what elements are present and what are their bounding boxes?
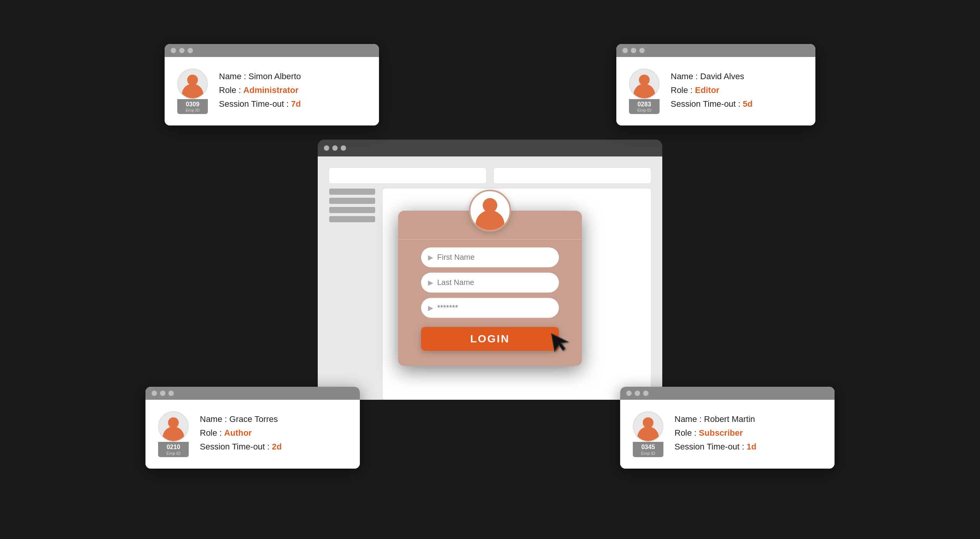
login-button[interactable]: LOGIN [421,327,559,350]
tl-dot-1 [171,48,176,53]
avatar-person-grace [159,412,188,441]
emp-id-number-david: 0283 [632,101,657,108]
card-top-right-titlebar [616,44,815,57]
login-avatar-wrapper [469,189,511,231]
avatar-circle-david [629,68,660,99]
info-david: Name : David Alves Role : Editor Session… [671,68,753,109]
sidebar-bar-3 [329,207,375,213]
emp-id-box-simon: 0309 Emp ID [177,99,208,114]
password-arrow-icon: ▶ [428,303,433,312]
password-input[interactable] [437,303,552,312]
login-panel: ▶ ▶ ▶ LOGIN [398,210,582,366]
avatar-grace: 0210 Emp ID [156,411,191,457]
monitor-input-row [329,168,651,183]
main-scene: 0309 Emp ID Name : Simon Alberto Role : … [145,40,835,499]
bl-dot-3 [168,391,174,396]
sidebar-bar-1 [329,189,375,195]
avatar-circle-robert [633,411,663,442]
simon-role: Role : Administrator [219,85,301,95]
monitor-dot-3 [341,145,346,151]
login-divider [398,239,582,239]
last-name-input-wrapper[interactable]: ▶ [421,272,559,292]
card-top-left-body: 0309 Emp ID Name : Simon Alberto Role : … [165,57,379,125]
avatar-person-robert [634,412,663,441]
grace-name: Name : Grace Torres [200,414,282,424]
avatar-body-grace [163,427,184,441]
grace-session-prefix: Session Time-out : [200,442,272,451]
grace-role: Role : Author [200,428,282,438]
david-session-prefix: Session Time-out : [671,99,743,109]
robert-name: Name : Robert Martin [675,414,756,424]
robert-role: Role : Subscriber [675,428,756,438]
robert-session: Session Time-out : 1d [675,442,756,452]
emp-id-label-robert: Emp ID [636,451,660,456]
avatar-circle-simon [177,68,208,99]
david-session: Session Time-out : 5d [671,99,753,109]
monitor-sidebar-left [329,189,375,400]
sidebar-bar-2 [329,198,375,204]
tl-dot-2 [179,48,185,53]
monitor-fake-input-1 [329,168,486,183]
br-dot-2 [635,391,640,396]
david-role: Role : Editor [671,85,753,95]
robert-role-value: Subscriber [699,428,743,438]
last-name-input[interactable] [437,278,552,287]
grace-session-value: 2d [272,442,282,451]
first-name-arrow-icon: ▶ [428,253,433,261]
last-name-arrow-icon: ▶ [428,278,433,287]
david-role-value: Editor [695,85,720,95]
robert-session-value: 1d [746,442,756,451]
emp-id-label-grace: Emp ID [161,451,186,456]
avatar-body-simon [182,84,203,98]
info-grace: Name : Grace Torres Role : Author Sessio… [200,411,282,452]
cursor-icon [550,329,573,360]
tr-dot-2 [631,48,636,53]
first-name-input-wrapper[interactable]: ▶ [421,247,559,267]
simon-role-prefix: Role : [219,85,243,95]
david-role-prefix: Role : [671,85,695,95]
emp-id-label-simon: Emp ID [180,108,205,112]
monitor-fake-input-2 [494,168,651,183]
tr-dot-3 [639,48,645,53]
card-david-alves: 0283 Emp ID Name : David Alves Role : Ed… [616,44,815,125]
emp-id-number-grace: 0210 [161,443,186,451]
emp-id-box-robert: 0345 Emp ID [633,442,663,457]
monitor-dot-1 [324,145,329,151]
avatar-body-david [634,84,655,98]
bl-dot-2 [160,391,165,396]
login-avatar [469,189,511,231]
avatar-person-simon [178,69,207,98]
simon-role-value: Administrator [243,85,299,95]
emp-id-label-david: Emp ID [632,108,657,112]
login-avatar-body [475,210,505,230]
login-button-wrapper: LOGIN [421,327,559,350]
card-bottom-left-titlebar [145,387,360,400]
avatar-circle-grace [158,411,189,442]
monitor-titlebar [318,140,662,156]
simon-session: Session Time-out : 7d [219,99,301,109]
simon-name: Name : Simon Alberto [219,72,301,81]
tl-dot-3 [188,48,193,53]
david-session-value: 5d [743,99,753,109]
info-robert: Name : Robert Martin Role : Subscriber S… [675,411,756,452]
simon-session-prefix: Session Time-out : [219,99,291,109]
simon-session-value: 7d [291,99,301,109]
card-robert-martin: 0345 Emp ID Name : Robert Martin Role : … [620,387,835,468]
card-simon-alberto: 0309 Emp ID Name : Simon Alberto Role : … [165,44,379,125]
tr-dot-1 [622,48,628,53]
robert-role-prefix: Role : [675,428,699,438]
monitor-dot-2 [332,145,338,151]
sidebar-bar-4 [329,216,375,222]
info-simon: Name : Simon Alberto Role : Administrato… [219,68,301,109]
card-bottom-right-body: 0345 Emp ID Name : Robert Martin Role : … [620,400,835,468]
bl-dot-1 [152,391,157,396]
avatar-simon: 0309 Emp ID [175,68,210,114]
robert-session-prefix: Session Time-out : [675,442,746,451]
login-input-group: ▶ ▶ ▶ [421,247,559,318]
br-dot-1 [626,391,632,396]
first-name-input[interactable] [437,253,552,262]
avatar-robert: 0345 Emp ID [631,411,665,457]
card-top-left-titlebar [165,44,379,57]
emp-id-box-david: 0283 Emp ID [629,99,660,114]
password-input-wrapper[interactable]: ▶ [421,298,559,318]
